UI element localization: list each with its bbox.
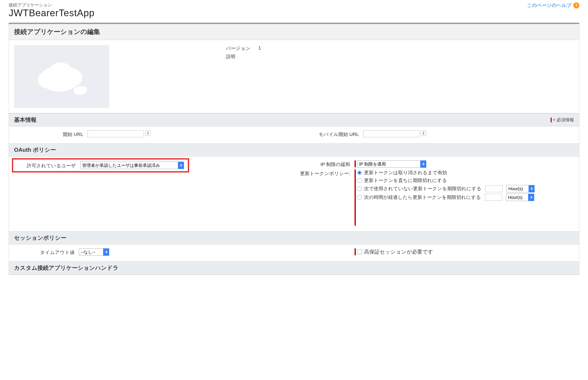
required-legend: = 必須情報 (550, 117, 574, 123)
section-header-oauth-policies: OAuth ポリシー (9, 143, 579, 156)
high-assurance-checkbox[interactable] (357, 249, 362, 254)
main-panel: 接続アプリケーションの編集 バージョン 1 説明 (9, 23, 579, 275)
refresh-token-option-4-label: 次の時間が経過したら更新トークンを期限切れにする (364, 194, 481, 201)
required-indicator-icon (355, 160, 356, 167)
refresh-token-idle-unit-select[interactable]: Hour(s) (507, 185, 535, 192)
version-value: 1 (258, 45, 261, 52)
refresh-token-expire-value-input[interactable] (485, 194, 502, 201)
refresh-token-option-1-label: 更新トークンは取り消されるまで有効 (364, 170, 447, 176)
help-link[interactable]: このページのヘルプ ? (527, 2, 579, 9)
refresh-token-radio-3[interactable] (357, 186, 362, 191)
ip-relaxation-label: IP 制限の緩和 (298, 160, 355, 168)
refresh-token-option-1[interactable]: 更新トークンは取り消されるまで有効 (357, 170, 447, 176)
session-policies-title: セッションポリシー (14, 234, 66, 242)
required-legend-text: = 必須情報 (553, 117, 574, 123)
breadcrumb: 接続アプリケーション (9, 2, 95, 8)
description-label: 説明 (226, 53, 258, 60)
refresh-token-radio-1[interactable] (357, 170, 362, 175)
high-assurance-spacer (298, 248, 355, 249)
high-assurance-checkbox-label[interactable]: 高保証セッションが必要です (357, 248, 433, 255)
permitted-users-label: 許可されているユーザ (15, 162, 80, 169)
refresh-token-expire-unit-select[interactable]: Hour(s) (506, 194, 534, 201)
permitted-users-select[interactable]: 管理者が承認したユーザは事前承認済み (80, 162, 184, 169)
section-header-custom-handler: カスタム接続アプリケーションハンドラ (9, 261, 579, 275)
refresh-token-option-3-label: 次で使用されていない更新トークンを期限切れにする (364, 186, 481, 192)
required-indicator-icon (355, 170, 356, 226)
refresh-token-option-2[interactable]: 更新トークンを直ちに期限切れにする (357, 177, 447, 184)
custom-handler-title: カスタム接続アプリケーションハンドラ (14, 264, 118, 272)
permitted-users-highlight: 許可されているユーザ 管理者が承認したユーザは事前承認済み (12, 158, 189, 172)
refresh-token-radio-4[interactable] (357, 195, 362, 200)
timeout-label: タイムアウト値 (14, 248, 79, 256)
app-title: JWTBearerTestApp (9, 8, 95, 18)
timeout-select[interactable]: --なし-- (79, 248, 109, 256)
refresh-token-option-3[interactable]: 次で使用されていない更新トークンを期限切れにする Hour(s) (357, 185, 535, 192)
info-icon[interactable]: i (145, 130, 151, 136)
ip-relaxation-select[interactable]: IP 制限を適用 (357, 160, 426, 168)
oauth-policies-title: OAuth ポリシー (14, 146, 56, 154)
panel-title: 接続アプリケーションの編集 (9, 24, 579, 40)
refresh-token-radio-2[interactable] (357, 178, 362, 183)
basic-info-title: 基本情報 (14, 116, 37, 124)
required-indicator-icon (355, 248, 356, 255)
section-header-basic-info: 基本情報 = 必須情報 (9, 113, 579, 126)
svg-point-3 (49, 62, 72, 82)
version-label: バージョン (226, 45, 258, 52)
section-header-session-policies: セッションポリシー (9, 231, 579, 245)
required-indicator-icon (550, 118, 552, 122)
svg-point-5 (79, 86, 87, 93)
start-url-label: 開始 URL (14, 130, 88, 138)
refresh-token-option-4[interactable]: 次の時間が経過したら更新トークンを期限切れにする Hour(s) (357, 194, 534, 201)
info-icon[interactable]: i (421, 130, 426, 136)
help-link-text: このページのヘルプ (527, 2, 571, 9)
refresh-token-idle-value-input[interactable] (485, 185, 503, 192)
refresh-token-policy-label: 更新トークンポリシー: (298, 170, 355, 177)
mobile-start-url-label: モバイル開始 URL (298, 130, 363, 138)
help-icon: ? (573, 2, 579, 8)
high-assurance-label-text: 高保証セッションが必要です (364, 248, 433, 255)
start-url-input[interactable] (88, 130, 144, 137)
app-logo-placeholder (14, 45, 109, 108)
cloud-icon (29, 55, 94, 98)
mobile-start-url-input[interactable] (363, 130, 419, 137)
refresh-token-option-2-label: 更新トークンを直ちに期限切れにする (364, 177, 447, 184)
